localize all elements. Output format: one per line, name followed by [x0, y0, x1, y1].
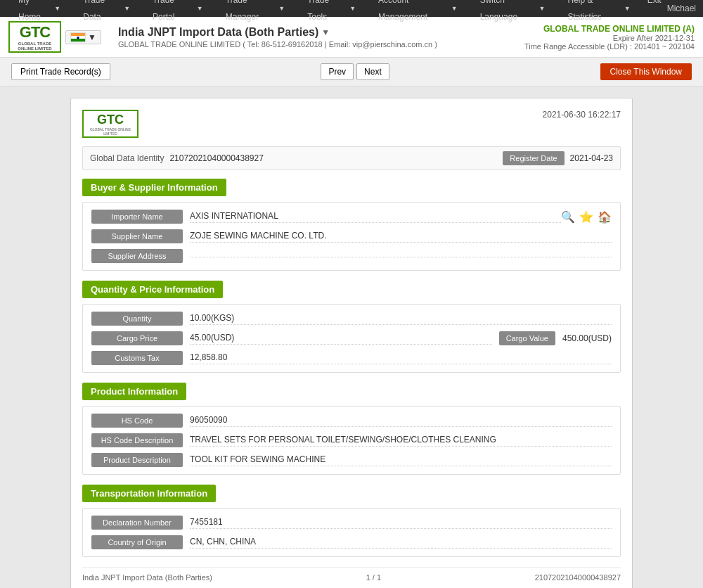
transportation-header: Transportation Information [82, 485, 216, 502]
product-description-row: Product Description TOOL KIT FOR SEWING … [91, 453, 612, 467]
hs-code-value: 96050090 [190, 415, 612, 427]
nav-trade-tools-arrow: ▼ [344, 0, 361, 17]
record-logo: GTC GLOBAL TRADE ONLINE LIMITED [82, 110, 138, 138]
logo-text-sub: GLOBAL TRADE ONLINE LIMITED [11, 41, 58, 51]
supplier-address-value [190, 255, 612, 257]
importer-icons: 🔍 ⭐ 🏠 [561, 210, 612, 224]
buyer-supplier-section: Buyer & Supplier Information Importer Na… [82, 179, 621, 271]
page-title: India JNPT Import Data (Both Parties) ▼ [118, 26, 513, 39]
hs-code-label: HS Code [91, 414, 183, 428]
flag-dropdown-arrow[interactable]: ▼ [88, 32, 96, 42]
record-footer-right: 21072021040000438927 [535, 573, 621, 582]
hs-code-description-label: HS Code Description [91, 433, 183, 447]
nav-trade-manager-arrow: ▼ [273, 0, 290, 17]
declaration-number-value: 7455181 [190, 517, 612, 529]
country-of-origin-value: CN, CHN, CHINA [190, 537, 612, 549]
print-button[interactable]: Print Trade Record(s) [11, 63, 110, 80]
supplier-address-label: Supplier Address [91, 249, 183, 263]
search-icon[interactable]: 🔍 [561, 210, 575, 224]
close-window-button[interactable]: Close This Window [600, 63, 692, 80]
hs-code-description-row: HS Code Description TRAVEL SETS FOR PERS… [91, 433, 612, 447]
supplier-address-row: Supplier Address [91, 249, 612, 263]
quantity-price-section: Quantity & Price Information Quantity 10… [82, 281, 621, 373]
nav-trade-portal[interactable]: Trade Portal ▼ [141, 0, 214, 25]
nav-account-management[interactable]: Account Management ▼ [367, 0, 469, 25]
top-action-bar: Print Trade Record(s) Prev Next Close Th… [0, 58, 703, 87]
global-data-identity-value: 21072021040000438927 [169, 153, 497, 163]
nav-switch-language[interactable]: Switch Language ▼ [469, 0, 557, 25]
importer-name-value: AXIS INTERNATIONAL [190, 211, 561, 223]
quantity-label: Quantity [91, 312, 183, 326]
hs-code-description-value: TRAVEL SETS FOR PERSONAL TOILET/SEWING/S… [190, 435, 612, 447]
header-subtitle: GLOBAL TRADE ONLINE LIMITED ( Tel: 86-51… [118, 40, 513, 49]
star-icon[interactable]: ⭐ [579, 210, 593, 224]
cargo-price-value: 45.00(USD) [190, 333, 492, 345]
record-footer-left: India JNPT Import Data (Both Parties) [82, 573, 212, 582]
nav-trade-data-arrow: ▼ [118, 0, 136, 17]
record-header: GTC GLOBAL TRADE ONLINE LIMITED 2021-06-… [82, 110, 621, 138]
title-dropdown-arrow[interactable]: ▼ [321, 27, 330, 37]
nav-exit[interactable]: Exit [642, 0, 667, 25]
flag-selector[interactable]: ▼ [65, 30, 101, 44]
nav-trade-portal-arrow: ▼ [191, 0, 209, 17]
product-information-header: Product Information [82, 383, 186, 400]
nav-user: Michael [667, 4, 696, 13]
home-icon[interactable]: 🏠 [598, 210, 612, 224]
customs-tax-value: 12,858.80 [190, 352, 612, 364]
cargo-value-amount: 450.00(USD) [562, 333, 612, 343]
company-name: GLOBAL TRADE ONLINE LIMITED (A) [524, 24, 695, 34]
header-right: GLOBAL TRADE ONLINE LIMITED (A) Expire A… [524, 24, 695, 51]
buyer-supplier-header: Buyer & Supplier Information [82, 179, 226, 196]
customs-tax-row: Customs Tax 12,858.80 [91, 351, 612, 365]
product-information-body: HS Code 96050090 HS Code Description TRA… [82, 406, 621, 475]
importer-name-row: Importer Name AXIS INTERNATIONAL 🔍 ⭐ 🏠 [91, 210, 612, 224]
supplier-name-value: ZOJE SEWING MACHINE CO. LTD. [190, 231, 612, 243]
country-of-origin-row: Country of Origin CN, CHN, CHINA [91, 535, 612, 549]
cargo-value-button[interactable]: Cargo Value [499, 331, 555, 345]
nav-help-statistics[interactable]: Help & Statistics ▼ [557, 0, 642, 25]
company-logo: GTC GLOBAL TRADE ONLINE LIMITED [8, 21, 61, 53]
cargo-price-row: Cargo Price 45.00(USD) Cargo Value 450.0… [91, 331, 612, 345]
record-logo-main: GTC [97, 113, 124, 127]
record-card: GTC GLOBAL TRADE ONLINE LIMITED 2021-06-… [70, 98, 633, 588]
supplier-name-row: Supplier Name ZOJE SEWING MACHINE CO. LT… [91, 229, 612, 243]
time-range: Time Range Accessible (LDR) : 201401 ~ 2… [524, 42, 695, 51]
declaration-number-label: Declaration Number [91, 516, 183, 530]
logo-area: GTC GLOBAL TRADE ONLINE LIMITED ▼ [8, 21, 101, 53]
supplier-name-label: Supplier Name [91, 229, 183, 243]
record-footer: India JNPT Import Data (Both Parties) 1 … [82, 567, 621, 582]
declaration-number-row: Declaration Number 7455181 [91, 516, 612, 530]
nav-items: My Home ▼ Trade Data ▼ Trade Portal ▼ Tr… [7, 0, 667, 25]
nav-account-management-arrow: ▼ [446, 0, 463, 17]
hs-code-row: HS Code 96050090 [91, 414, 612, 428]
main-content: GTC GLOBAL TRADE ONLINE LIMITED 2021-06-… [0, 87, 703, 588]
top-navigation: My Home ▼ Trade Data ▼ Trade Portal ▼ Tr… [0, 0, 703, 17]
customs-tax-label: Customs Tax [91, 351, 183, 365]
country-of-origin-label: Country of Origin [91, 535, 183, 549]
record-logo-sub: GLOBAL TRADE ONLINE LIMITED [84, 127, 137, 136]
next-button[interactable]: Next [356, 63, 389, 80]
expire-date: Expire After 2021-12-31 [524, 34, 695, 42]
transportation-section: Transportation Information Declaration N… [82, 485, 621, 557]
nav-trade-tools[interactable]: Trade Tools ▼ [296, 0, 367, 25]
quantity-row: Quantity 10.00(KGS) [91, 312, 612, 326]
quantity-price-header: Quantity & Price Information [82, 281, 223, 298]
global-data-identity-label: Global Data Identity [90, 153, 164, 163]
product-description-value: TOOL KIT FOR SEWING MACHINE [190, 454, 612, 466]
navigation-buttons: Prev Next [319, 63, 390, 80]
nav-trade-manager[interactable]: Trade Manager ▼ [214, 0, 296, 25]
product-information-section: Product Information HS Code 96050090 HS … [82, 383, 621, 475]
register-date-value: 2021-04-23 [570, 153, 613, 163]
quantity-value: 10.00(KGS) [190, 313, 612, 325]
transportation-body: Declaration Number 7455181 Country of Or… [82, 508, 621, 557]
india-flag-icon [70, 32, 86, 42]
nav-switch-language-arrow: ▼ [534, 0, 551, 17]
quantity-price-body: Quantity 10.00(KGS) Cargo Price 45.00(US… [82, 304, 621, 373]
logo-text-main: GTC [20, 23, 50, 41]
product-description-label: Product Description [91, 453, 183, 467]
prev-button[interactable]: Prev [321, 63, 354, 80]
importer-name-label: Importer Name [91, 210, 183, 224]
cargo-price-label: Cargo Price [91, 331, 183, 345]
register-date-button[interactable]: Register Date [503, 151, 564, 165]
nav-my-home-arrow: ▼ [49, 0, 66, 17]
